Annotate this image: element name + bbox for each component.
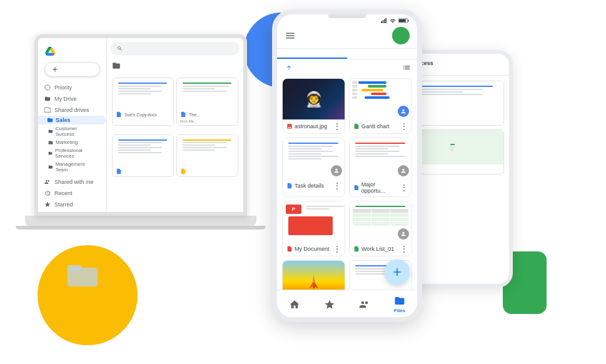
three-dot-worklist[interactable]: ⋮ (400, 245, 408, 253)
list-view-icon[interactable] (402, 63, 411, 72)
sidebar-item-shared-drives[interactable]: Shared drives (38, 104, 106, 116)
tab-my-drive[interactable] (277, 49, 347, 59)
card-preview-1 (113, 78, 173, 109)
search-icon (117, 46, 123, 51)
phone-system-bar (277, 318, 417, 322)
sheets-icon-worklist (353, 246, 360, 252)
docs-icon-task (286, 183, 293, 189)
file-card-3[interactable] (112, 134, 174, 177)
worklist-user-badge (398, 228, 409, 240)
priority-icon (44, 84, 51, 91)
gantt-user-badge (398, 106, 409, 117)
battery-icon (398, 18, 410, 23)
sidebar-item-marketing[interactable]: Marketing (38, 138, 106, 146)
sidebar-item-professional-services[interactable]: Professional Services (38, 146, 106, 160)
sales-folder-icon (47, 117, 53, 123)
files-nav-icon (394, 295, 405, 306)
sidebar-item-trash[interactable]: Trash (38, 210, 106, 216)
svg-rect-9 (399, 19, 406, 23)
laptop-folder-header (107, 59, 243, 73)
wifi-icon (390, 18, 396, 23)
docs-icon-major (353, 185, 360, 191)
laptop-main-content: Sue's Copy.docs (107, 38, 243, 212)
tab-shared-drives[interactable] (347, 49, 417, 59)
yellow-circle-decoration (38, 245, 138, 345)
phone-file-card-major[interactable]: Major opportu... ⋮ (349, 138, 412, 197)
svg-rect-1 (68, 265, 81, 270)
task-preview (283, 138, 345, 179)
phone-notch (328, 14, 366, 18)
sidebar-item-my-drive[interactable]: My Drive (38, 93, 106, 104)
google-icon-card4 (180, 168, 186, 174)
user-icon-task (333, 168, 340, 174)
shared-nav-icon (359, 299, 370, 310)
docs-icon-card3 (116, 168, 122, 174)
phone-avatar[interactable] (392, 27, 410, 44)
trash-icon (44, 213, 51, 216)
drive-logo-icon (44, 47, 56, 56)
svg-rect-0 (68, 268, 98, 286)
phone-file-card-worklist[interactable]: Work List_01 ⋮ (349, 201, 412, 256)
fab-button[interactable] (385, 260, 410, 285)
svg-rect-4 (383, 20, 384, 23)
signal-icon (381, 18, 387, 23)
sidebar-item-management-team[interactable]: Management Team (38, 160, 106, 174)
starred-icon (44, 201, 51, 208)
sheets-icon-gantt (353, 123, 360, 129)
star-nav-icon (324, 299, 335, 310)
three-dot-task[interactable]: ⋮ (333, 181, 341, 190)
gantt-preview (350, 79, 412, 119)
file-card-4[interactable] (176, 134, 238, 177)
phone-file-card-astronaut[interactable]: 👨‍🚀 astronaut.jpg ⋮ (282, 78, 345, 134)
drive-logo (38, 43, 106, 62)
sales-folder-header-icon (112, 61, 121, 70)
sidebar-item-customer-success[interactable]: Customer Success (38, 124, 106, 138)
nav-item-shared[interactable] (359, 299, 370, 310)
hamburger-icon[interactable] (285, 30, 296, 41)
laptop-screen: Priority My Drive Shared drives Sales Cu… (34, 34, 247, 216)
phone-bottom-nav: Files (277, 290, 417, 317)
three-dot-astronaut[interactable]: ⋮ (333, 122, 341, 131)
phone-file-card-task[interactable]: Task details ⋮ (282, 138, 345, 197)
user-icon-worklist (400, 231, 407, 237)
recent-icon (44, 190, 51, 196)
quick-access-card-2[interactable]: The... Rich Me... (176, 78, 238, 126)
shared-drives-icon (44, 107, 51, 113)
sidebar-item-recent[interactable]: Recent (38, 188, 106, 199)
svg-point-2 (45, 85, 50, 90)
nav-item-home[interactable] (289, 299, 300, 310)
sidebar-item-priority[interactable]: Priority (38, 82, 106, 93)
nav-item-starred[interactable] (324, 299, 335, 310)
laptop-base (25, 216, 256, 226)
sidebar-item-starred[interactable]: Starred (38, 199, 106, 210)
phone-file-card-mydoc[interactable]: P My Document ⋮ (282, 201, 345, 256)
svg-rect-3 (381, 21, 382, 23)
new-button[interactable] (44, 62, 100, 77)
sidebar-item-shared-with-me[interactable]: Shared with me (38, 176, 106, 188)
user-icon-gantt (400, 108, 407, 114)
slides-icon-mydoc (286, 246, 293, 252)
laptop-foot (16, 226, 266, 230)
quick-access-card-1[interactable]: Sue's Copy.docs (112, 78, 174, 126)
task-user-badge (331, 165, 342, 176)
sidebar-item-sales[interactable]: Sales (38, 116, 106, 124)
card-preview-2 (177, 78, 238, 109)
nav-item-files[interactable]: Files (394, 295, 405, 313)
quick-access-grid: Sue's Copy.docs (107, 75, 243, 128)
laptop-sidebar: Priority My Drive Shared drives Sales Cu… (38, 38, 107, 212)
major-preview (350, 138, 412, 179)
prof-services-folder-icon (48, 151, 53, 156)
laptop-search-bar[interactable] (111, 42, 240, 55)
marketing-folder-icon (48, 140, 53, 145)
folder-decoration (68, 261, 99, 289)
three-dot-major[interactable]: ⋮ (400, 183, 408, 192)
files-grid (107, 132, 243, 179)
three-dot-gantt[interactable]: ⋮ (400, 122, 408, 131)
phone-header (277, 24, 417, 49)
three-dot-mydoc[interactable]: ⋮ (333, 245, 341, 253)
file-preview-3 (113, 135, 173, 166)
docs-icon-card1 (116, 111, 122, 118)
phone-file-card-gantt[interactable]: Gantt chart ⋮ (349, 78, 412, 134)
shared-with-me-icon (44, 179, 51, 185)
plus-icon (51, 66, 59, 73)
